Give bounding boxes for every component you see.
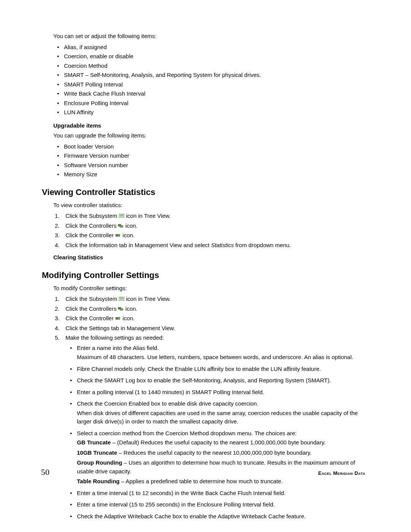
modify-heading: Modifying Controller Settings bbox=[42, 270, 369, 280]
option-desc: – (Default) Reduces the useful capacity … bbox=[111, 439, 325, 446]
step-text: Click the Subsystem bbox=[65, 212, 119, 219]
step-text: Click the Information tab in Management … bbox=[65, 242, 211, 248]
option-name: Table Rounding bbox=[77, 478, 119, 484]
settings-sublist: Enter a name into the Alias field. Maxim… bbox=[65, 344, 369, 521]
italic-text: Statistics bbox=[211, 242, 234, 248]
page: You can set or adjust the following item… bbox=[0, 0, 411, 532]
option-desc: – Reduces the useful capacity to the nea… bbox=[117, 449, 312, 456]
step-text: icon. bbox=[121, 232, 135, 238]
adjustable-list: Alias, if assigned Coercion, enable or d… bbox=[53, 43, 369, 117]
adjustable-intro: You can set or adjust the following item… bbox=[53, 32, 369, 41]
list-item: Memory Size bbox=[53, 170, 369, 179]
list-item: Boot loader Version bbox=[53, 142, 369, 151]
sub-item: Enter a time interval (15 to 255 seconds… bbox=[65, 500, 369, 509]
list-item: Software Version number bbox=[53, 161, 369, 170]
step-text: Click the Controller bbox=[65, 315, 115, 321]
controllers-icon bbox=[118, 307, 124, 311]
controllers-icon bbox=[118, 224, 124, 228]
step: Click the Information tab in Management … bbox=[53, 241, 369, 250]
list-item: Coercion Method bbox=[53, 62, 369, 70]
subsystem-icon bbox=[119, 297, 124, 301]
step-text: Make the following settings as needed: bbox=[65, 334, 164, 341]
controller-icon bbox=[115, 316, 121, 321]
page-number: 50 bbox=[41, 467, 49, 477]
sub-text: Check the Coercion Enabled box to enable… bbox=[77, 399, 369, 408]
viewing-steps: Click the Subsystem icon in Tree View. C… bbox=[53, 212, 369, 249]
step-text: icon in Tree View. bbox=[124, 296, 170, 302]
method-option: GB Truncate – (Default) Reduces the usef… bbox=[77, 438, 369, 447]
sub-text: Select a coercion method from the Coerci… bbox=[77, 429, 369, 438]
step: Click the Controller icon. bbox=[53, 314, 369, 323]
step: Click the Subsystem icon in Tree View. bbox=[53, 212, 369, 220]
viewing-heading: Viewing Controller Statistics bbox=[42, 187, 369, 197]
step-text: icon. bbox=[124, 222, 137, 229]
option-desc: – Applies a predefined table to determin… bbox=[119, 478, 283, 484]
list-item: Alias, if assigned bbox=[53, 43, 369, 52]
step-text: icon. bbox=[124, 305, 137, 312]
subsystem-icon bbox=[119, 214, 124, 218]
step-text: Click the Controllers bbox=[65, 305, 118, 312]
list-item: Enclosure Polling Interval bbox=[53, 99, 369, 108]
viewing-intro: To view controller statistics: bbox=[53, 201, 369, 210]
step: Click the Controllers icon. bbox=[53, 305, 369, 313]
step-text: icon. bbox=[121, 315, 135, 321]
modify-section: To modify Controller settings: Click the… bbox=[53, 284, 369, 521]
method-option: 10GB Truncate – Reduces the useful capac… bbox=[77, 449, 369, 457]
step: Click the Controllers icon. bbox=[53, 222, 369, 230]
clearing-heading: Clearing Statistics bbox=[53, 253, 369, 262]
modify-intro: To modify Controller settings: bbox=[53, 284, 369, 293]
sub-item: Check the Adaptive Writeback Cache box t… bbox=[65, 512, 369, 521]
sub-item: Check the SMART Log box to enable the Se… bbox=[65, 376, 369, 385]
method-option: Table Rounding – Applies a predefined ta… bbox=[77, 477, 369, 486]
upgradable-list: Boot loader Version Firmware Version num… bbox=[53, 142, 369, 179]
list-item: Coercion, enable or disable bbox=[53, 52, 369, 61]
sub-note: When disk drives of different capacities… bbox=[77, 409, 369, 426]
controller-icon bbox=[115, 233, 121, 238]
footer-brand: Excel Meridian Data bbox=[318, 470, 365, 476]
sub-note: Maximum of 48 characters. Use letters, n… bbox=[77, 353, 369, 362]
upgradable-intro: You can upgrade the following items: bbox=[53, 131, 369, 140]
step: Click the Controller icon. bbox=[53, 231, 369, 240]
step: Make the following settings as needed: E… bbox=[53, 334, 369, 521]
step: Click the Subsystem icon in Tree View. bbox=[53, 295, 369, 304]
modify-steps: Click the Subsystem icon in Tree View. C… bbox=[53, 295, 369, 521]
list-item: Write Back Cache Flush Interval bbox=[53, 89, 369, 98]
sub-item: Fibre Channel models only. Check the Ena… bbox=[65, 365, 369, 374]
sub-item: Select a coercion method from the Coerci… bbox=[65, 429, 369, 486]
sub-item: Enter a name into the Alias field. Maxim… bbox=[65, 344, 369, 362]
sub-text: Enter a name into the Alias field. bbox=[77, 344, 369, 353]
step-text: Click the Controllers bbox=[65, 222, 118, 229]
step-text: from dropdown menu. bbox=[234, 242, 291, 248]
sub-item: Enter a polling interval (1 to 1440 minu… bbox=[65, 388, 369, 397]
sub-item: Check the Coercion Enabled box to enable… bbox=[65, 399, 369, 426]
sub-item: Enter a time interval (1 to 12 seconds) … bbox=[65, 489, 369, 498]
step-text: icon in Tree View. bbox=[124, 212, 170, 219]
footer: 50 Excel Meridian Data bbox=[41, 467, 365, 477]
step-text: Click the Controller bbox=[65, 232, 115, 238]
body-column: You can set or adjust the following item… bbox=[53, 32, 369, 179]
list-item: SMART Polling Interval bbox=[53, 80, 369, 89]
option-name: 10GB Truncate bbox=[77, 449, 117, 456]
step-text: Click the Subsystem bbox=[65, 296, 119, 302]
option-name: GB Truncate bbox=[77, 439, 111, 446]
list-item: LUN Affinity bbox=[53, 108, 369, 117]
step: Click the Settings tab in Management Vie… bbox=[53, 324, 369, 333]
list-item: SMART – Self-Monitoring, Analysis, and R… bbox=[53, 71, 369, 80]
list-item: Firmware Version number bbox=[53, 152, 369, 160]
option-name: Group Rounding bbox=[77, 459, 122, 466]
upgradable-heading: Upgradable items bbox=[53, 121, 369, 130]
viewing-section: To view controller statistics: Click the… bbox=[53, 201, 369, 262]
